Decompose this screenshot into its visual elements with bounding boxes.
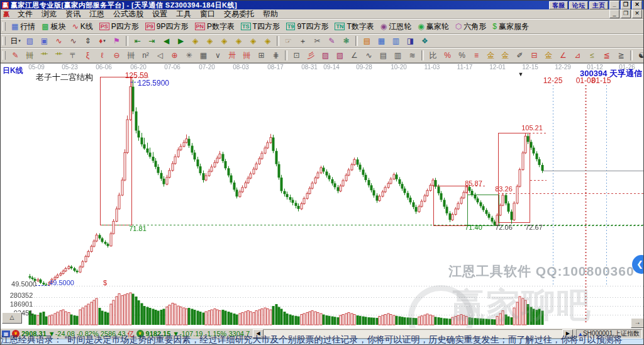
child-restore-button[interactable]: ❐ (621, 9, 631, 18)
child-close-button[interactable]: ✕ (632, 9, 642, 18)
winner-service-button[interactable]: $赢家服务 (489, 20, 532, 33)
crosshair-tool-button[interactable]: ＋ (296, 35, 310, 47)
marker-pen-button[interactable]: ✎ (325, 35, 339, 47)
gann-grid-1-button[interactable]: 艹 (37, 50, 52, 62)
t-square-button[interactable]: TST四方形 (238, 20, 283, 33)
hand-tool-button[interactable]: ☞ (281, 35, 296, 47)
sectors-button[interactable]: ▩板块 (38, 20, 69, 33)
zoom-in-x-button[interactable]: ◈ (217, 35, 231, 47)
winner-wheel-button[interactable]: ◉赢家轮 (414, 20, 452, 33)
time-target-button[interactable]: ⊕ (167, 50, 182, 62)
gann-grid-2-button[interactable]: 艹 (52, 50, 66, 62)
kline-button[interactable]: ∿K线 (69, 20, 96, 33)
kline-style-red-button[interactable]: ∿ (52, 35, 66, 47)
export-button[interactable]: ❖ (418, 35, 432, 47)
pan-left-button[interactable]: ◈ (188, 35, 203, 47)
bars-red-1-button[interactable]: 卅 (225, 50, 240, 62)
close-button[interactable]: ✕ (632, 1, 642, 9)
volume-pane-toggle-button[interactable]: △ (2, 312, 22, 324)
forum-link[interactable]: 论坛 (569, 1, 588, 9)
retrace-dn-button[interactable]: ≧ (614, 50, 628, 62)
updown-arrows-button[interactable]: ⇕ (80, 35, 95, 47)
zoom-in-y-button[interactable]: ◈ (246, 35, 260, 47)
scroll-right-button[interactable]: → (631, 318, 644, 328)
grid-dark-button[interactable]: ▦ (196, 50, 211, 62)
pencil-button[interactable]: ✎ (8, 50, 23, 62)
grid-cols-button[interactable]: ▥ (391, 50, 405, 62)
yinyang-button[interactable]: ☯ (635, 50, 644, 62)
percent-red-button[interactable]: % (440, 50, 455, 62)
golden-square-button[interactable]: 金 (541, 50, 556, 62)
menu-item-0[interactable]: 文件 (13, 9, 37, 18)
tri-left-button[interactable]: ◁ (153, 50, 167, 62)
restore-button[interactable]: ❐ (621, 1, 631, 9)
golden-circle-1-button[interactable]: 金 (484, 50, 498, 62)
vee-line-button[interactable]: ∨ (211, 50, 225, 62)
hatch-box-2-button[interactable]: ▧ (333, 50, 347, 62)
levels-button[interactable]: ≡ (469, 50, 484, 62)
golden-circle-2-button[interactable]: 金 (498, 50, 513, 62)
circle-cycle-button[interactable]: ⊖ (109, 50, 124, 62)
market-quotes-button[interactable]: ▦行情 (8, 20, 38, 33)
gann-wheel-button[interactable]: ◉江恩轮 (377, 20, 414, 33)
toolbar-grip[interactable] (3, 22, 6, 31)
period-day-button[interactable]: 日▾ (8, 35, 23, 47)
scissors-tool-button[interactable]: ✂ (310, 35, 325, 47)
menu-item-9[interactable]: 帮助 (258, 9, 282, 18)
grid-rows-button[interactable]: ▤ (376, 50, 391, 62)
star-rays-button[interactable]: ✳ (182, 50, 196, 62)
chart-region-button[interactable]: ▧ (23, 35, 37, 47)
minimize-button[interactable]: _ (609, 1, 619, 9)
menu-item-2[interactable]: 资讯 (61, 9, 85, 18)
candle-style-button[interactable]: ♦▾ (95, 35, 109, 47)
p-number-table-button[interactable]: PNP数字表 (192, 20, 238, 33)
fence-lines-button[interactable]: ⋕ (269, 50, 283, 62)
menu-item-6[interactable]: 工具 (172, 9, 196, 18)
grid-box-button[interactable]: ⊞ (254, 50, 269, 62)
speed-line-2-button[interactable]: ≤ (585, 50, 599, 62)
angle-tool-button[interactable]: ∠ (347, 50, 362, 62)
toolbar-grip[interactable] (3, 37, 6, 45)
go-first-button[interactable]: ⇤ (130, 35, 145, 47)
t-number-table-button[interactable]: TNT数字表 (331, 20, 377, 33)
gann-fan-button[interactable]: 彡 (304, 50, 318, 62)
compare-tool-button[interactable]: 比 (426, 50, 440, 62)
homepage-link[interactable]: 主页 (589, 1, 608, 9)
hook-line-button[interactable]: ξ (80, 50, 95, 62)
go-next-button[interactable]: ▶ (174, 35, 188, 47)
notebook-button[interactable]: ▥ (389, 35, 403, 47)
tally-grid-button[interactable]: 卌 (23, 50, 37, 62)
go-prev-button[interactable]: ◀ (159, 35, 174, 47)
hatch-box-1-button[interactable]: ▨ (318, 50, 333, 62)
hexagon-button[interactable]: ⬡六角形 (452, 20, 489, 33)
menu-item-5[interactable]: 设置 (148, 9, 172, 18)
zoom-out-x-button[interactable]: ◈ (231, 35, 246, 47)
child-minimize-button[interactable]: _ (609, 9, 619, 18)
chart-doc-button[interactable]: ▣ (37, 35, 52, 47)
p-square-button[interactable]: PSP四方形 (96, 20, 142, 33)
calculator-button[interactable]: ▦ (374, 35, 389, 47)
zoom-out-y-button[interactable]: ◈ (260, 35, 275, 47)
menu-item-3[interactable]: 江恩 (85, 9, 109, 18)
multi-lines-button[interactable]: ≋ (405, 50, 419, 62)
n-square-button[interactable]: n² (138, 50, 153, 62)
retrace-up-button[interactable]: ≦ (599, 50, 614, 62)
flag-t-button[interactable]: 〒 (66, 50, 80, 62)
toolbar-grip[interactable] (3, 51, 6, 60)
p9-square-button[interactable]: P99P四方形 (142, 20, 192, 33)
menu-item-8[interactable]: 交易委托 (219, 9, 258, 18)
pan-right-button[interactable]: ◈ (203, 35, 217, 47)
percent-button[interactable]: % (455, 50, 469, 62)
menu-item-1[interactable]: 浏览 (37, 9, 61, 18)
bar-count-button[interactable]: 卌 (124, 50, 138, 62)
kline-chart[interactable]: 05-0905-2306-0606-2007-0607-2008-0308-17… (1, 63, 644, 328)
brush-button[interactable]: ✐ (513, 50, 527, 62)
bars-red-2-button[interactable]: 卌 (240, 50, 254, 62)
kline-style-dark-button[interactable]: ∿ (66, 35, 80, 47)
gann-box-small-button[interactable]: ⊟ (527, 50, 541, 62)
calendar-button[interactable]: ▤ (360, 35, 374, 47)
menu-item-7[interactable]: 窗口 (196, 9, 219, 18)
go-last-button[interactable]: ⇥ (145, 35, 159, 47)
angle-red-button[interactable]: ∠ (556, 50, 570, 62)
wave-tool-button[interactable]: ∿ (362, 50, 376, 62)
